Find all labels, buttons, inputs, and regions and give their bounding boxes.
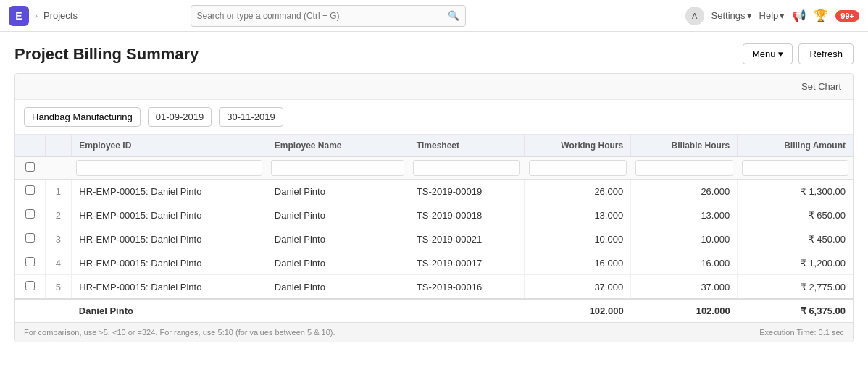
help-link[interactable]: Help ▾ bbox=[759, 10, 785, 21]
table-row: 2 HR-EMP-00015: Daniel Pinto Daniel Pint… bbox=[15, 203, 853, 227]
app-logo[interactable]: E bbox=[9, 6, 29, 26]
avatar[interactable]: A bbox=[685, 7, 704, 25]
summary-label: Daniel Pinto bbox=[79, 306, 133, 316]
row-timesheet: TS-2019-00021 bbox=[409, 227, 524, 251]
notification-badge[interactable]: 99+ bbox=[835, 10, 859, 22]
set-chart-button[interactable]: Set Chart bbox=[798, 80, 844, 93]
row-employee-id: HR-EMP-00015: Daniel Pinto bbox=[72, 251, 267, 275]
row-checkbox[interactable] bbox=[25, 209, 35, 219]
row-checkbox[interactable] bbox=[25, 281, 35, 290]
content-area: Set Chart Handbag Manufacturing 01-09-20… bbox=[14, 73, 854, 342]
table-row: 1 HR-EMP-00015: Daniel Pinto Daniel Pint… bbox=[15, 180, 853, 203]
summary-ts-cell bbox=[409, 299, 524, 322]
row-billing-amount: ₹ 450.00 bbox=[738, 227, 853, 251]
row-billable-hours: 37.000 bbox=[631, 275, 738, 300]
summary-name-cell bbox=[267, 299, 409, 322]
filter-employee-name-input[interactable] bbox=[271, 160, 404, 176]
row-billable-hours: 16.000 bbox=[631, 251, 738, 275]
row-billable-hours: 26.000 bbox=[631, 180, 738, 203]
row-billable-hours: 10.000 bbox=[631, 227, 738, 251]
trophy-icon[interactable]: 🏆 bbox=[814, 9, 828, 22]
row-employee-name: Daniel Pinto bbox=[267, 275, 409, 300]
row-check-cell bbox=[15, 275, 45, 300]
col-header-num bbox=[45, 135, 72, 157]
summary-num-cell bbox=[45, 299, 72, 322]
table-footer: Daniel Pinto 102.000 102.000 ₹ 6,375.00 bbox=[15, 299, 853, 322]
row-employee-id: HR-EMP-00015: Daniel Pinto bbox=[72, 180, 267, 203]
filter-check-cell bbox=[15, 157, 45, 180]
filter-num-cell bbox=[45, 157, 72, 180]
table-row: 5 HR-EMP-00015: Daniel Pinto Daniel Pint… bbox=[15, 275, 853, 300]
search-input[interactable] bbox=[197, 11, 443, 21]
nav-right: A Settings ▾ Help ▾ 📢 🏆 99+ bbox=[685, 7, 859, 25]
breadcrumb-projects[interactable]: Projects bbox=[43, 10, 78, 21]
row-billing-amount: ₹ 1,300.00 bbox=[738, 180, 853, 203]
filters-row: Handbag Manufacturing 01-09-2019 30-11-2… bbox=[15, 100, 853, 135]
col-header-timesheet: Timesheet bbox=[409, 135, 524, 157]
row-billing-amount: ₹ 650.00 bbox=[738, 203, 853, 227]
col-header-check bbox=[15, 135, 45, 157]
announcement-icon[interactable]: 📢 bbox=[792, 9, 806, 22]
table-row: 4 HR-EMP-00015: Daniel Pinto Daniel Pint… bbox=[15, 251, 853, 275]
filter-ts-cell bbox=[409, 157, 524, 180]
row-timesheet: TS-2019-00018 bbox=[409, 203, 524, 227]
row-working-hours: 13.000 bbox=[525, 203, 631, 227]
row-working-hours: 16.000 bbox=[525, 251, 631, 275]
row-check-cell bbox=[15, 180, 45, 203]
summary-billable-hours: 102.000 bbox=[631, 299, 738, 322]
filter-wh-cell bbox=[525, 157, 631, 180]
search-bar: 🔍 bbox=[191, 5, 466, 27]
date-from-filter[interactable]: 01-09-2019 bbox=[148, 107, 212, 127]
select-all-checkbox[interactable] bbox=[20, 162, 41, 172]
row-check-cell bbox=[15, 203, 45, 227]
row-working-hours: 37.000 bbox=[525, 275, 631, 300]
col-header-employee-name: Employee Name bbox=[267, 135, 409, 157]
row-num: 5 bbox=[45, 275, 72, 300]
summary-label-cell: Daniel Pinto bbox=[72, 299, 267, 322]
row-timesheet: TS-2019-00016 bbox=[409, 275, 524, 300]
search-icon: 🔍 bbox=[448, 10, 459, 21]
row-timesheet: TS-2019-00017 bbox=[409, 251, 524, 275]
filter-timesheet-input[interactable] bbox=[413, 160, 519, 176]
filter-empid-cell bbox=[72, 157, 267, 180]
row-employee-id: HR-EMP-00015: Daniel Pinto bbox=[72, 227, 267, 251]
row-employee-id: HR-EMP-00015: Daniel Pinto bbox=[72, 275, 267, 300]
row-num: 2 bbox=[45, 203, 72, 227]
table-body: 1 HR-EMP-00015: Daniel Pinto Daniel Pint… bbox=[15, 180, 853, 300]
navbar: E › Projects 🔍 A Settings ▾ Help ▾ 📢 🏆 9… bbox=[0, 0, 868, 32]
settings-link[interactable]: Settings ▾ bbox=[711, 10, 752, 21]
table-footer-bar: For comparison, use >5, <10 or =324. For… bbox=[15, 322, 853, 342]
row-employee-name: Daniel Pinto bbox=[267, 227, 409, 251]
header-buttons: Menu ▾ Refresh bbox=[743, 43, 854, 64]
summary-working-hours: 102.000 bbox=[525, 299, 631, 322]
footer-hint: For comparison, use >5, <10 or =324. For… bbox=[24, 328, 335, 337]
col-header-employee-id: Employee ID bbox=[72, 135, 267, 157]
col-header-billing-amount: Billing Amount bbox=[738, 135, 853, 157]
menu-button[interactable]: Menu ▾ bbox=[743, 43, 793, 64]
date-to-filter[interactable]: 30-11-2019 bbox=[219, 107, 283, 127]
filter-working-hours-input[interactable] bbox=[529, 160, 627, 176]
filter-billable-hours-input[interactable] bbox=[635, 160, 733, 176]
refresh-button[interactable]: Refresh bbox=[798, 43, 854, 64]
filter-billing-amount-input[interactable] bbox=[742, 160, 848, 176]
row-check-cell bbox=[15, 251, 45, 275]
filter-ba-cell bbox=[738, 157, 853, 180]
row-working-hours: 10.000 bbox=[525, 227, 631, 251]
set-chart-bar: Set Chart bbox=[15, 74, 853, 100]
row-checkbox[interactable] bbox=[25, 185, 35, 195]
table-row: 3 HR-EMP-00015: Daniel Pinto Daniel Pint… bbox=[15, 227, 853, 251]
col-header-billable-hours: Billable Hours bbox=[631, 135, 738, 157]
row-employee-name: Daniel Pinto bbox=[267, 180, 409, 203]
filter-employee-id-input[interactable] bbox=[76, 160, 263, 176]
billing-table: Employee ID Employee Name Timesheet Work… bbox=[15, 135, 853, 322]
row-checkbox[interactable] bbox=[25, 233, 35, 243]
row-checkbox[interactable] bbox=[25, 257, 35, 266]
row-billing-amount: ₹ 1,200.00 bbox=[738, 251, 853, 275]
project-filter[interactable]: Handbag Manufacturing bbox=[24, 107, 141, 127]
summary-billing-amount: ₹ 6,375.00 bbox=[738, 299, 853, 322]
breadcrumb-chevron: › bbox=[35, 11, 38, 21]
page-title: Project Billing Summary bbox=[14, 45, 199, 64]
row-employee-name: Daniel Pinto bbox=[267, 203, 409, 227]
col-header-working-hours: Working Hours bbox=[525, 135, 631, 157]
row-num: 3 bbox=[45, 227, 72, 251]
